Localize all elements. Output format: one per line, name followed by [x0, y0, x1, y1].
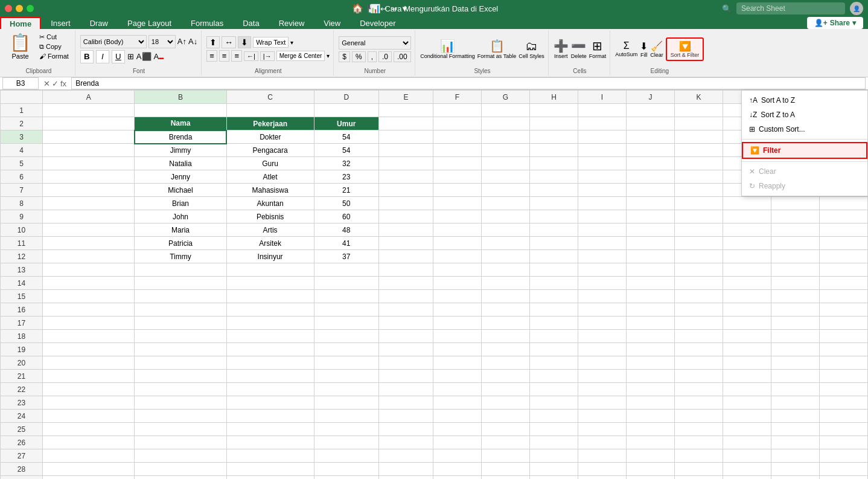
empty-cell[interactable]	[379, 463, 433, 476]
cell-a14[interactable]	[43, 277, 135, 290]
empty-cell[interactable]	[530, 104, 578, 117]
empty-cell[interactable]	[675, 263, 723, 277]
empty-cell[interactable]	[820, 250, 868, 263]
empty-cell[interactable]	[578, 170, 627, 184]
empty-cell[interactable]	[627, 410, 675, 423]
empty-cell[interactable]	[433, 449, 482, 463]
font-size-select[interactable]: 18	[148, 35, 176, 48]
empty-cell[interactable]	[771, 476, 820, 480]
cell-umur[interactable]: 32	[314, 157, 378, 170]
row-number[interactable]: 24	[1, 410, 43, 423]
paste-button[interactable]: 📋 Paste	[6, 31, 34, 61]
empty-cell[interactable]	[226, 343, 314, 356]
empty-cell[interactable]	[675, 290, 723, 303]
empty-cell[interactable]	[820, 330, 868, 343]
decrease-decimal-button[interactable]: .0	[378, 51, 392, 62]
empty-cell[interactable]	[379, 210, 433, 223]
cell-nama[interactable]: Timmy	[135, 250, 226, 263]
empty-cell[interactable]	[578, 463, 627, 476]
tab-view[interactable]: View	[314, 17, 350, 29]
empty-cell[interactable]	[530, 396, 578, 410]
empty-cell[interactable]	[530, 436, 578, 449]
empty-cell[interactable]	[771, 210, 820, 223]
empty-cell[interactable]	[433, 370, 482, 383]
col-header-c[interactable]: C	[226, 91, 314, 104]
empty-cell[interactable]	[482, 410, 530, 423]
empty-cell[interactable]	[433, 410, 482, 423]
empty-cell[interactable]	[379, 263, 433, 277]
empty-cell[interactable]	[482, 170, 530, 184]
cell-pekerjaan[interactable]: Insinyur	[226, 250, 314, 263]
col-header-d[interactable]: D	[314, 91, 378, 104]
tab-review[interactable]: Review	[269, 17, 314, 29]
empty-cell[interactable]	[482, 144, 530, 157]
italic-button[interactable]: I	[96, 50, 109, 63]
empty-cell[interactable]	[820, 197, 868, 210]
cell-a6[interactable]	[43, 170, 135, 184]
empty-cell[interactable]	[433, 263, 482, 277]
empty-cell[interactable]	[226, 436, 314, 449]
underline-button[interactable]: U	[112, 50, 125, 63]
wrap-text-dropdown[interactable]: ▾	[290, 39, 293, 46]
empty-cell[interactable]	[723, 370, 771, 383]
row-number[interactable]: 12	[1, 250, 43, 263]
empty-cell[interactable]	[530, 290, 578, 303]
empty-cell[interactable]	[314, 303, 378, 317]
empty-cell[interactable]	[675, 250, 723, 263]
empty-cell[interactable]	[379, 449, 433, 463]
empty-cell[interactable]	[482, 197, 530, 210]
empty-cell[interactable]	[530, 463, 578, 476]
empty-cell[interactable]	[627, 157, 675, 170]
font-color-button[interactable]: A▬	[154, 52, 164, 61]
empty-cell[interactable]	[379, 117, 433, 130]
empty-cell[interactable]	[226, 423, 314, 436]
cell-a15[interactable]	[43, 290, 135, 303]
cell-a13[interactable]	[43, 263, 135, 277]
increase-decimal-button[interactable]: .00	[394, 51, 411, 62]
row-number[interactable]: 16	[1, 303, 43, 317]
cell-a7[interactable]	[43, 184, 135, 197]
empty-cell[interactable]	[627, 263, 675, 277]
empty-cell[interactable]	[379, 290, 433, 303]
empty-cell[interactable]	[675, 157, 723, 170]
empty-cell[interactable]	[675, 184, 723, 197]
empty-cell[interactable]	[675, 277, 723, 290]
empty-cell[interactable]	[675, 104, 723, 117]
empty-cell[interactable]	[482, 117, 530, 130]
cell-umur[interactable]: 23	[314, 170, 378, 184]
cell-a12[interactable]	[43, 250, 135, 263]
empty-cell[interactable]	[723, 436, 771, 449]
row-number[interactable]: 9	[1, 210, 43, 223]
copy-button[interactable]: ⧉ Copy	[37, 42, 71, 51]
cell-reference-input[interactable]	[2, 77, 39, 89]
empty-cell[interactable]	[530, 170, 578, 184]
empty-cell[interactable]	[530, 423, 578, 436]
empty-cell[interactable]	[226, 370, 314, 383]
cell-a9[interactable]	[43, 210, 135, 223]
empty-cell[interactable]	[482, 210, 530, 223]
empty-cell[interactable]	[771, 423, 820, 436]
empty-cell[interactable]	[723, 410, 771, 423]
empty-cell[interactable]	[379, 237, 433, 250]
align-bottom-button[interactable]: ⬇	[238, 36, 251, 48]
empty-cell[interactable]	[627, 104, 675, 117]
cell-umur[interactable]: 48	[314, 223, 378, 237]
merge-center-dropdown[interactable]: ▾	[327, 53, 330, 59]
row-number[interactable]: 10	[1, 223, 43, 237]
empty-cell[interactable]	[314, 449, 378, 463]
empty-cell[interactable]	[433, 290, 482, 303]
empty-cell[interactable]	[578, 263, 627, 277]
empty-cell[interactable]	[433, 197, 482, 210]
col-header-h[interactable]: H	[530, 91, 578, 104]
row-number[interactable]: 1	[1, 104, 43, 117]
cell-pekerjaan[interactable]: Dokter	[226, 130, 314, 144]
cell-umur[interactable]: 41	[314, 237, 378, 250]
empty-cell[interactable]	[135, 356, 226, 370]
empty-cell[interactable]	[135, 423, 226, 436]
empty-cell[interactable]	[135, 463, 226, 476]
empty-cell[interactable]	[433, 317, 482, 330]
empty-cell[interactable]	[379, 330, 433, 343]
format-button[interactable]: ⊞ Format	[589, 39, 607, 59]
empty-cell[interactable]	[820, 263, 868, 277]
empty-cell[interactable]	[820, 317, 868, 330]
